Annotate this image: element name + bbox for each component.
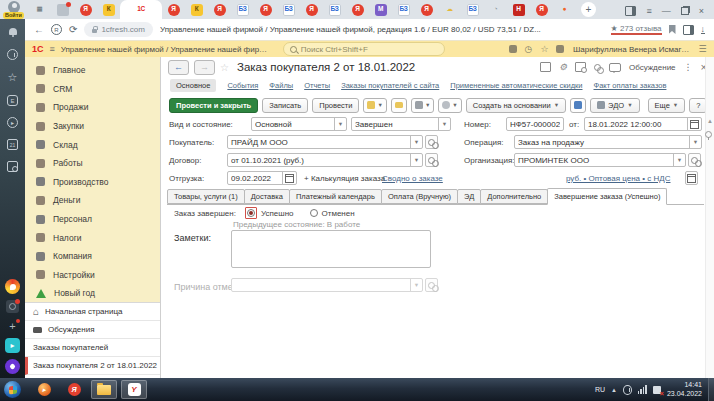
radio-success[interactable] xyxy=(245,207,257,219)
sidebar-menu-item[interactable]: Персонал xyxy=(25,210,160,229)
download-icon[interactable]: ↓ xyxy=(701,25,706,34)
nav-tab[interactable]: Факт оплаты заказов xyxy=(594,81,667,90)
support-icon[interactable] xyxy=(556,45,564,53)
browser-tab[interactable]: Я xyxy=(530,0,553,19)
sidebar-menu-item[interactable]: Склад xyxy=(25,135,160,154)
order-kind-input[interactable] xyxy=(252,120,334,129)
operation-field[interactable]: ▼ xyxy=(514,135,702,149)
action-center-flag-icon[interactable] xyxy=(653,386,661,394)
forward-button[interactable]: → xyxy=(194,60,215,75)
nav-tab[interactable]: Заказы покупателей с сайта xyxy=(341,81,439,90)
dropdown-icon[interactable]: ▼ xyxy=(410,279,422,291)
sidebar-menu-item[interactable]: Работы xyxy=(25,154,160,173)
organization-field[interactable]: ▼ xyxy=(514,153,686,167)
pin-icon[interactable] xyxy=(705,131,712,138)
order-kind-field[interactable]: ▼ xyxy=(251,117,347,131)
browser-tab[interactable]: Я xyxy=(415,0,438,19)
nav-tab[interactable]: Примененные автоматические скидки xyxy=(450,81,582,90)
tab-groups-icon[interactable] xyxy=(6,300,19,313)
order-state-input[interactable] xyxy=(352,120,438,129)
notifications-icon[interactable] xyxy=(509,45,517,53)
buyer-field[interactable]: ▼ xyxy=(227,135,423,149)
taskbar-clock[interactable]: 14:41 23.04.2022 xyxy=(667,381,702,399)
dropdown-icon[interactable]: ▼ xyxy=(438,118,450,130)
history-icon[interactable] xyxy=(7,49,18,60)
shipping-date-field[interactable] xyxy=(227,171,297,185)
bookmark-flag-icon[interactable] xyxy=(669,25,676,34)
edo-button[interactable]: ЭДО▼ xyxy=(590,98,640,113)
organization-input[interactable] xyxy=(515,156,673,165)
show-desktop-button[interactable] xyxy=(708,378,714,401)
dropdown-icon[interactable]: ▼ xyxy=(334,118,346,130)
browser-tab[interactable]: ◔ xyxy=(484,0,507,19)
detail-tab[interactable]: Платежный календарь xyxy=(289,189,382,204)
sidebar-menu-item[interactable]: Компания xyxy=(25,247,160,266)
settings-icon[interactable]: ⚙ xyxy=(559,63,567,72)
add-panel-icon[interactable]: + xyxy=(6,319,19,332)
browser-tab[interactable]: Я xyxy=(208,0,231,19)
create-based-on-button[interactable]: Создать на основании▼ xyxy=(466,98,566,113)
discussion-label[interactable]: Обсуждение xyxy=(629,63,676,72)
dropdown-icon[interactable]: ▼ xyxy=(673,154,685,166)
scroll-up-icon[interactable]: ▲ xyxy=(707,118,713,124)
open-window-item[interactable]: Заказы покупателей xyxy=(25,339,160,357)
bookmarks-icon[interactable]: ☆ xyxy=(6,71,19,84)
browser-tab[interactable]: БЗ xyxy=(323,0,346,19)
current-user[interactable]: Шарифуллина Венера Исмагилов... xyxy=(573,45,691,54)
date-input[interactable] xyxy=(585,120,687,129)
nav-tab[interactable]: Файлы xyxy=(269,81,293,90)
contract-field[interactable]: ▼ xyxy=(227,153,423,167)
number-field[interactable] xyxy=(506,117,564,131)
order-state-field[interactable]: ▼ xyxy=(351,117,451,131)
protect-icon[interactable]: R xyxy=(51,24,62,35)
cancel-reason-input[interactable] xyxy=(232,281,410,290)
detail-tab[interactable]: Дополнительно xyxy=(480,189,548,204)
reports-button[interactable] xyxy=(570,98,586,113)
nav-tab[interactable]: Основное xyxy=(170,79,216,92)
tray-clock-icon[interactable] xyxy=(623,385,632,394)
more-button[interactable]: Еще▼ xyxy=(648,98,686,113)
browser-tab[interactable]: БЗ xyxy=(277,0,300,19)
browser-tab[interactable]: Я xyxy=(74,0,97,19)
minimize-button[interactable]: — xyxy=(662,6,671,16)
timer-button[interactable]: ▼ xyxy=(438,98,461,113)
dropdown-icon[interactable]: ▼ xyxy=(410,154,422,166)
cancel-reason-open-button[interactable] xyxy=(425,278,438,292)
print-doc-button[interactable]: ▼ xyxy=(363,98,386,113)
browser-tab[interactable]: БЗ xyxy=(392,0,415,19)
detail-tab[interactable]: Оплата (Вручную) xyxy=(381,189,458,204)
keyboard-language[interactable]: RU xyxy=(595,386,605,393)
screenshot-icon[interactable] xyxy=(7,161,18,172)
start-button[interactable] xyxy=(4,381,21,398)
reviews-badge[interactable]: ★ 273 отзыва xyxy=(611,24,662,35)
browser-tab[interactable]: БЗ xyxy=(231,0,254,19)
sidebar-menu-item[interactable]: CRM xyxy=(25,80,160,99)
url-field[interactable]: 1cfresh.com xyxy=(84,22,153,37)
sidebar-menu-item[interactable]: Деньги xyxy=(25,191,160,210)
view-settings-icon[interactable]: ☰ xyxy=(698,45,707,54)
side-panel-icon[interactable] xyxy=(625,6,636,16)
cancel-reason-field[interactable]: ▼ xyxy=(231,278,423,292)
price-settings-button[interactable] xyxy=(685,171,698,185)
sidebar-menu-item[interactable]: Производство xyxy=(25,173,160,192)
detail-tab[interactable]: ЭД xyxy=(457,189,481,204)
back-icon[interactable]: ← xyxy=(34,25,44,35)
more-vertical-icon[interactable]: ⋮ xyxy=(684,62,693,72)
calendar-icon[interactable]: 21 xyxy=(7,139,18,150)
search-doc-icon[interactable] xyxy=(575,62,586,72)
browser-tab[interactable]: Я xyxy=(162,0,185,19)
browser-tab[interactable]: Я xyxy=(346,0,369,19)
browser-tab[interactable]: Н xyxy=(507,0,530,19)
post-button[interactable]: Провести xyxy=(312,98,359,113)
calendar-icon[interactable] xyxy=(282,172,296,184)
browser-profile-button[interactable]: Войти xyxy=(0,0,28,19)
radio-success-label[interactable]: Успешно xyxy=(261,209,294,218)
detail-tab[interactable]: Товары, услуги (1) xyxy=(167,189,245,204)
open-window-item[interactable]: Начальная страница xyxy=(25,303,160,321)
browser-tab[interactable]: БЗ xyxy=(461,0,484,19)
number-input[interactable] xyxy=(507,120,563,129)
browser-tab[interactable]: К xyxy=(97,0,120,19)
messenger-icon[interactable]: ▸ xyxy=(5,338,20,353)
date-field[interactable] xyxy=(584,117,702,131)
sidebar-menu-item[interactable]: Продажи xyxy=(25,98,160,117)
